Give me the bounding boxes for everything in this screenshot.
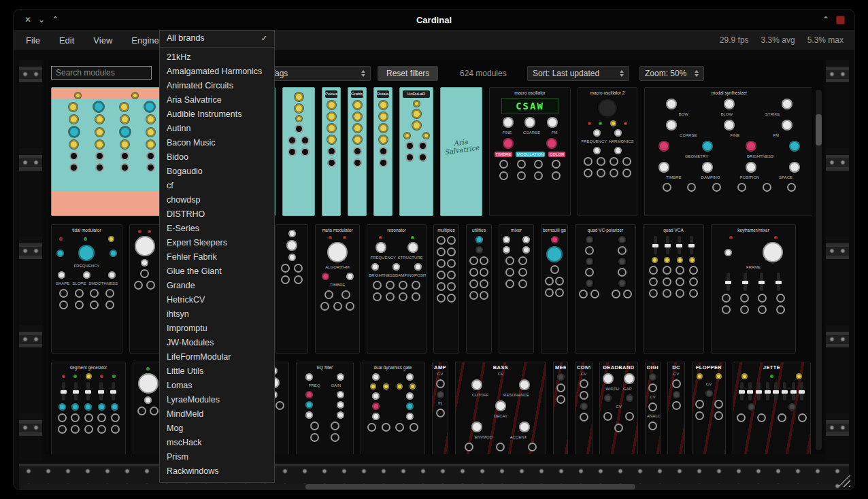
module-tile[interactable]: multiples [433, 224, 459, 354]
brand-menu-item[interactable]: Amalgamated Harmonics [160, 65, 274, 79]
brand-menu-item[interactable]: LyraeModules [160, 393, 274, 407]
module-tile[interactable]: Aria Salvatrice [440, 87, 482, 216]
module-controls [317, 273, 358, 280]
search-input[interactable] [51, 66, 152, 80]
module-tile[interactable]: keyframer/mixerFRAME [711, 224, 796, 354]
module-tile[interactable]: AMPCVIN [432, 362, 448, 454]
brand-menu-item[interactable]: E-Series [160, 222, 274, 236]
brand-menu-item[interactable]: DISTRHO [160, 207, 274, 222]
module-tile[interactable]: DEADBANDWIDTHGAPCV [599, 362, 638, 454]
module-tile[interactable]: macro oscillatorCSAWFINECOARSEFMTIMBREMO… [489, 87, 571, 216]
menubar-item-view[interactable]: View [93, 35, 112, 46]
brand-menu-item[interactable]: Expert Sleepers [160, 236, 274, 250]
module-controls [434, 391, 446, 398]
menubar-item-file[interactable]: File [26, 35, 40, 46]
brand-menu-item[interactable]: Glue the Giant [160, 264, 274, 279]
module-controls [577, 290, 634, 298]
brand-menu-item[interactable]: Rackwindows [160, 464, 274, 479]
module-controls [580, 169, 635, 177]
brand-menu-item[interactable]: LifeFormModular [160, 350, 274, 364]
menubar-item-engine[interactable]: Engine [131, 35, 158, 46]
brand-menu-item[interactable]: MindMeld [160, 407, 274, 421]
zoom-select[interactable]: Zoom: 50% [639, 66, 704, 81]
module-tile[interactable]: meta modulatorALGORITHMTIMBRE [315, 224, 360, 354]
brand-menu-item[interactable]: cf [160, 179, 274, 193]
module-tile[interactable]: macro oscillator 2FREQUENCYHARMONICS [578, 87, 637, 216]
module-controls [577, 391, 590, 400]
brand-menu-item[interactable]: Little Utils [160, 364, 274, 379]
brand-menu-item[interactable]: Aria Salvatrice [160, 93, 274, 107]
brand-menu-item[interactable]: 21kHz [160, 50, 274, 65]
module-tile[interactable] [129, 224, 160, 354]
horizontal-scrollbar[interactable] [23, 484, 834, 489]
module-controls [713, 305, 794, 314]
module-tile[interactable]: DIGICVANALOG [645, 362, 661, 454]
sort-select[interactable]: Sort: Last updated [527, 66, 629, 81]
module-tile[interactable]: EQ filterFREQGAIN [296, 362, 354, 454]
module-controls [53, 373, 124, 379]
module-tile[interactable]: quad VC-polarizer [575, 224, 636, 354]
module-tile[interactable]: MERA [553, 362, 568, 454]
brand-menu-item[interactable]: Grande [160, 279, 274, 293]
brand-menu-item[interactable]: Bogaudio [160, 165, 274, 179]
module-tile[interactable]: quad VCA [643, 224, 704, 354]
module-controls [131, 236, 158, 256]
module-tile[interactable]: resonatorFREQUENCYSTRUCTUREBRIGHTNESSDAM… [367, 224, 427, 354]
brand-menu-item[interactable]: JW-Modules [160, 336, 274, 350]
module-tile[interactable]: tidal modulatorFREQUENCYSHAPESLOPESMOOTH… [51, 224, 122, 354]
app-icon [836, 16, 845, 24]
perf-stat: 3.3% avg [761, 35, 795, 45]
module-tile[interactable] [282, 87, 315, 216]
module-tile[interactable] [276, 224, 308, 354]
module-tile[interactable]: DCCV [667, 362, 685, 454]
module-labels: CV [647, 395, 658, 400]
brand-menu-item[interactable]: Bacon Music [160, 136, 274, 150]
module-tile[interactable]: modal synthesizerBOWBLOWSTRIKECOARSEFINE… [644, 87, 812, 216]
module-tile[interactable]: UnDuLaR [399, 87, 433, 216]
brand-menu-item[interactable]: Bidoo [160, 150, 274, 165]
brand-menu-item[interactable]: Lomas [160, 379, 274, 393]
module-controls [468, 279, 490, 288]
sort-select-label: Sort: Last updated [533, 69, 599, 78]
module-tile[interactable]: dual dynamics gate [361, 362, 425, 454]
module-name: UnDuLaR [403, 90, 430, 98]
brand-menu-selected[interactable]: All brands ✓ [160, 31, 274, 46]
module-tile[interactable]: utilities [466, 224, 492, 354]
module-tile[interactable]: CONVCV [575, 362, 592, 454]
module-tile[interactable]: Pokies [322, 87, 341, 216]
module-controls [131, 230, 158, 233]
close-icon[interactable]: ✕ [24, 16, 31, 24]
chevron-up-icon[interactable]: ⌃ [52, 16, 59, 24]
module-controls [317, 290, 358, 299]
brand-menu-item[interactable]: Autinn [160, 122, 274, 136]
brand-menu-item[interactable]: Prism [160, 450, 274, 464]
brand-menu-item[interactable]: HetrickCV [160, 293, 274, 307]
horizontal-scrollbar-thumb[interactable] [305, 484, 635, 489]
brand-menu-item[interactable]: Fehler Fabrik [160, 250, 274, 264]
menubar-item-edit[interactable]: Edit [59, 35, 74, 46]
vertical-scrollbar[interactable] [816, 90, 822, 450]
module-tile[interactable]: Grabby [348, 87, 367, 216]
module-tile[interactable]: BASSCVCUTOFFRESONANCEDECAYENVMODACCENTGA… [455, 362, 546, 454]
reset-filters-button[interactable]: Reset filters [378, 66, 438, 81]
module-tile[interactable]: segment generator [51, 362, 126, 454]
module-tile[interactable]: mixer [499, 224, 534, 354]
vertical-scrollbar-thumb[interactable] [816, 114, 822, 145]
chevron-down-icon[interactable]: ⌄ [38, 16, 45, 24]
module-controls [435, 294, 457, 303]
module-labels: CV [577, 372, 590, 377]
module-tile[interactable]: Rotatoes [373, 87, 393, 216]
brand-menu-item[interactable]: ihtsyn [160, 307, 274, 322]
module-tile[interactable]: bernoulli gate [541, 224, 568, 354]
module-name: macro oscillator [491, 90, 569, 96]
module-tile[interactable]: FLOPPERCV [692, 362, 726, 454]
brand-menu-item[interactable]: chowdsp [160, 193, 274, 207]
brand-menu-item[interactable]: Impromptu [160, 322, 274, 336]
brand-menu-item[interactable]: Audible Instruments [160, 107, 274, 122]
module-tile[interactable]: JETTE [733, 362, 811, 454]
brand-menu-item[interactable]: Animated Circuits [160, 79, 274, 93]
shade-icon[interactable]: ⌃ [822, 16, 829, 24]
tags-select[interactable]: Tags [265, 66, 371, 81]
brand-menu-item[interactable]: mscHack [160, 436, 274, 450]
brand-menu-item[interactable]: Mog [160, 421, 274, 436]
